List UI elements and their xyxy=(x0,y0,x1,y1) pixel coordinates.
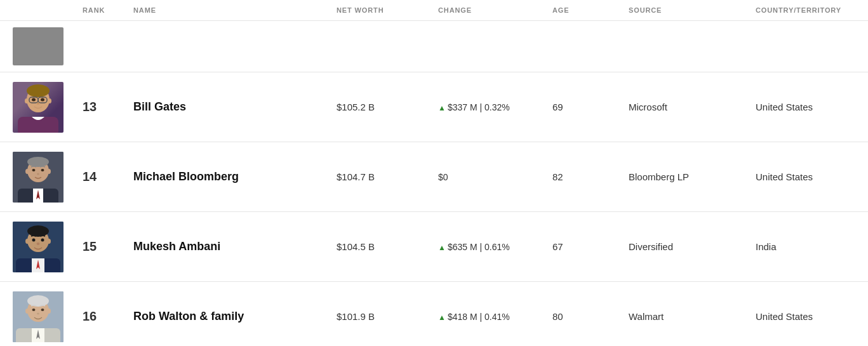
table-row: 14 Michael Bloomberg $104.7 B $0 82 Bloo… xyxy=(0,142,868,212)
svg-point-30 xyxy=(37,243,40,245)
name-bloomberg[interactable]: Michael Bloomberg xyxy=(133,170,337,183)
header-rank: RANK xyxy=(83,6,133,14)
svg-point-33 xyxy=(27,295,49,307)
up-arrow-icon: ▲ xyxy=(438,103,446,112)
name-walton[interactable]: Rob Walton & family xyxy=(133,310,337,323)
svg-point-13 xyxy=(27,157,49,167)
avatar-illustration xyxy=(13,222,63,272)
avatar-walton xyxy=(13,291,63,342)
source-13: Microsoft xyxy=(629,102,756,112)
header-name: NAME xyxy=(133,6,337,14)
change-14: $0 xyxy=(438,172,552,182)
svg-point-20 xyxy=(37,173,39,175)
svg-point-5 xyxy=(32,98,36,101)
table-header: RANK NAME NET WORTH CHANGE AGE SOURCE CO… xyxy=(0,0,868,21)
networth-14: $104.7 B xyxy=(337,171,438,182)
svg-point-39 xyxy=(41,309,44,311)
source-16: Walmart xyxy=(629,311,756,322)
up-arrow-icon: ▲ xyxy=(438,313,446,322)
country-15: India xyxy=(756,241,855,252)
table-row: 13 Bill Gates $105.2 B ▲$337 M | 0.32% 6… xyxy=(0,72,868,142)
svg-point-16 xyxy=(25,169,29,174)
age-15: 67 xyxy=(552,241,629,252)
svg-point-18 xyxy=(32,169,36,171)
svg-point-4 xyxy=(48,98,51,103)
table-row: 16 Rob Walton & family $101.9 B ▲$418 M … xyxy=(0,282,868,346)
name-bill-gates[interactable]: Bill Gates xyxy=(133,100,337,114)
svg-point-23 xyxy=(27,225,49,237)
source-14: Bloomberg LP xyxy=(629,171,756,182)
change-16: ▲$418 M | 0.41% xyxy=(438,312,552,322)
change-15: ▲$635 M | 0.61% xyxy=(438,242,552,252)
svg-point-38 xyxy=(32,309,36,311)
change-13: ▲$337 M | 0.32% xyxy=(438,102,552,112)
svg-point-26 xyxy=(25,239,29,244)
avatar xyxy=(13,27,63,65)
avatar-cell-bill xyxy=(13,76,83,139)
header-age: AGE xyxy=(552,6,629,14)
rank-13: 13 xyxy=(83,100,133,114)
up-arrow-icon: ▲ xyxy=(438,243,446,252)
svg-point-1 xyxy=(27,84,50,97)
svg-point-17 xyxy=(47,169,51,174)
table-row: 15 Mukesh Ambani $104.5 B ▲$635 M | 0.61… xyxy=(0,212,868,282)
networth-16: $101.9 B xyxy=(337,311,438,322)
networth-13: $105.2 B xyxy=(337,102,438,112)
age-13: 69 xyxy=(552,102,629,112)
avatar-cell-bloomberg xyxy=(13,145,83,209)
avatar-bill-gates xyxy=(13,82,63,133)
avatar-illustration xyxy=(13,152,63,203)
svg-point-37 xyxy=(47,309,51,314)
avatar-illustration xyxy=(13,291,63,342)
header-avatar xyxy=(13,6,83,14)
source-15: Diversified xyxy=(629,241,756,252)
rank-16: 16 xyxy=(83,309,133,324)
svg-point-40 xyxy=(37,312,39,314)
svg-point-6 xyxy=(41,98,44,101)
svg-point-19 xyxy=(41,169,44,171)
name-ambani[interactable]: Mukesh Ambani xyxy=(133,240,337,253)
country-13: United States xyxy=(756,102,855,112)
age-16: 80 xyxy=(552,311,629,322)
svg-point-36 xyxy=(25,309,29,314)
country-16: United States xyxy=(756,311,855,322)
networth-15: $104.5 B xyxy=(337,241,438,252)
age-14: 82 xyxy=(552,171,629,182)
header-country: COUNTRY/TERRITORY xyxy=(756,6,855,14)
header-change: CHANGE xyxy=(438,6,552,14)
avatar-cell-walton xyxy=(13,285,83,347)
header-networth: NET WORTH xyxy=(337,6,438,14)
rank-14: 14 xyxy=(83,170,133,184)
header-source: SOURCE xyxy=(629,6,756,14)
avatar-cell-ambani xyxy=(13,215,83,279)
avatar-cell xyxy=(13,21,83,72)
svg-point-10 xyxy=(37,102,39,104)
rank-15: 15 xyxy=(83,239,133,254)
avatar-bloomberg xyxy=(13,152,63,203)
svg-point-3 xyxy=(25,98,29,103)
table-row-partial xyxy=(0,21,868,72)
avatar-illustration xyxy=(13,82,63,133)
svg-point-28 xyxy=(32,238,36,241)
svg-point-27 xyxy=(47,239,51,244)
country-14: United States xyxy=(756,171,855,182)
svg-point-29 xyxy=(41,238,44,241)
avatar-ambani xyxy=(13,222,63,272)
